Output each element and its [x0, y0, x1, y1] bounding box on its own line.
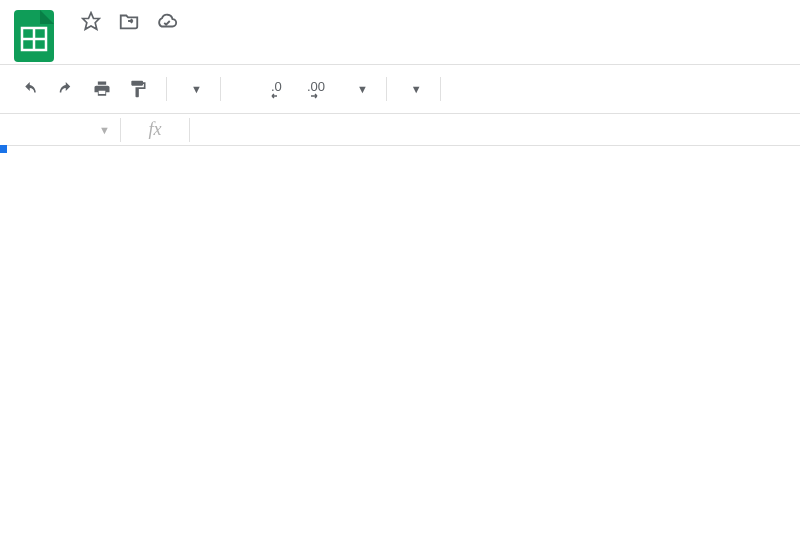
star-icon[interactable]	[80, 10, 102, 32]
paint-format-icon[interactable]	[122, 73, 154, 105]
undo-icon[interactable]	[14, 73, 46, 105]
menu-file[interactable]	[66, 36, 76, 44]
sheets-logo[interactable]	[12, 8, 56, 64]
menu-tools[interactable]	[188, 36, 208, 44]
svg-marker-4	[83, 13, 100, 30]
toolbar-sep	[440, 77, 441, 101]
cell-selection	[0, 146, 4, 150]
toolbar-sep	[166, 77, 167, 101]
move-folder-icon[interactable]	[118, 10, 140, 32]
toolbar-sep	[220, 77, 221, 101]
menu-view[interactable]	[100, 36, 120, 44]
menu-data[interactable]	[166, 36, 186, 44]
menu-extensions[interactable]	[210, 36, 230, 44]
menubar	[66, 36, 788, 48]
decrease-decimal-button[interactable]: .0	[265, 73, 297, 105]
more-formats-dropdown[interactable]: ▼	[345, 83, 374, 95]
toolbar-sep	[386, 77, 387, 101]
fill-handle[interactable]	[0, 145, 7, 153]
font-dropdown[interactable]: ▼	[399, 83, 428, 95]
toolbar: ▼ .0 .00 ▼ ▼	[0, 65, 800, 113]
name-box[interactable]: ▼	[0, 124, 120, 136]
menu-insert[interactable]	[122, 36, 142, 44]
print-icon[interactable]	[86, 73, 118, 105]
redo-icon[interactable]	[50, 73, 82, 105]
cloud-status-icon[interactable]	[156, 10, 178, 32]
formula-bar: ▼ fx	[0, 114, 800, 146]
app-header	[0, 0, 800, 64]
menu-help[interactable]	[232, 36, 252, 44]
svg-text:.00: .00	[307, 79, 325, 94]
svg-text:.0: .0	[271, 79, 282, 94]
fx-sep	[189, 118, 190, 142]
zoom-dropdown[interactable]: ▼	[179, 83, 208, 95]
fx-icon: fx	[121, 119, 189, 140]
increase-decimal-button[interactable]: .00	[301, 73, 341, 105]
menu-edit[interactable]	[78, 36, 98, 44]
menu-format[interactable]	[144, 36, 164, 44]
